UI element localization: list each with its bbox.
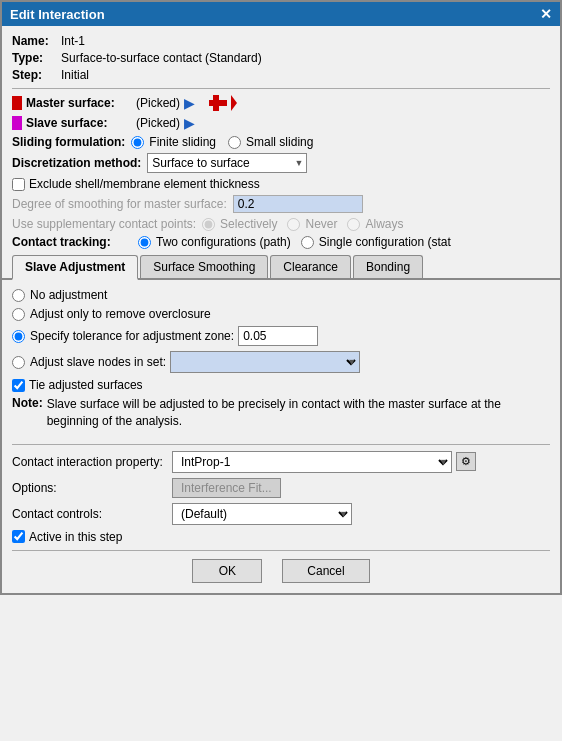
never-label: Never xyxy=(305,217,337,231)
slave-nodes-select[interactable] xyxy=(170,351,360,373)
tab-surface-smoothing[interactable]: Surface Smoothing xyxy=(140,255,268,278)
smoothing-row: Degree of smoothing for master surface: xyxy=(12,195,550,213)
master-surface-label: Master surface: xyxy=(26,96,136,110)
discretization-select-wrapper: Surface to surface Node to surface xyxy=(147,153,307,173)
specify-tolerance-radio[interactable] xyxy=(12,330,25,343)
selectively-label: Selectively xyxy=(220,217,277,231)
sliding-formulation-row: Sliding formulation: Finite sliding Smal… xyxy=(12,135,550,149)
two-config-radio[interactable] xyxy=(138,236,151,249)
single-config-radio[interactable] xyxy=(301,236,314,249)
supplementary-row: Use supplementary contact points: Select… xyxy=(12,217,550,231)
never-option[interactable]: Never xyxy=(287,217,337,231)
never-radio[interactable] xyxy=(287,218,300,231)
adjust-overclosure-radio[interactable] xyxy=(12,308,25,321)
slave-surface-label: Slave surface: xyxy=(26,116,136,130)
adjust-slave-nodes-radio[interactable] xyxy=(12,356,25,369)
name-label: Name: xyxy=(12,34,57,48)
back-icon[interactable] xyxy=(209,95,237,111)
exclude-shell-row: Exclude shell/membrane element thickness xyxy=(12,177,550,191)
step-row: Step: Initial xyxy=(12,68,550,82)
dialog-body: Name: Int-1 Type: Surface-to-surface con… xyxy=(2,26,560,593)
small-sliding-radio[interactable] xyxy=(228,136,241,149)
adjust-slave-nodes-row: Adjust slave nodes in set: xyxy=(12,351,550,373)
active-label: Active in this step xyxy=(29,530,122,544)
tracking-row: Contact tracking: Two configurations (pa… xyxy=(12,235,550,249)
slave-marker xyxy=(12,116,22,130)
two-config-label: Two configurations (path) xyxy=(156,235,291,249)
master-pick-icon[interactable]: ▶ xyxy=(184,95,195,111)
exclude-shell-label: Exclude shell/membrane element thickness xyxy=(29,177,260,191)
smoothing-label: Degree of smoothing for master surface: xyxy=(12,197,227,211)
slave-pick-icon[interactable]: ▶ xyxy=(184,115,195,131)
tab-clearance[interactable]: Clearance xyxy=(270,255,351,278)
adjust-overclosure-row: Adjust only to remove overclosure xyxy=(12,307,550,321)
always-label: Always xyxy=(365,217,403,231)
contact-property-select[interactable]: IntProp-1 xyxy=(172,451,452,473)
discretization-row: Discretization method: Surface to surfac… xyxy=(12,153,550,173)
smoothing-input[interactable] xyxy=(233,195,363,213)
adjust-slave-nodes-label: Adjust slave nodes in set: xyxy=(30,355,166,369)
no-adjustment-label: No adjustment xyxy=(30,288,107,302)
dialog-title: Edit Interaction xyxy=(10,7,105,22)
no-adjustment-radio[interactable] xyxy=(12,289,25,302)
sliding-label: Sliding formulation: xyxy=(12,135,125,149)
svg-marker-2 xyxy=(231,95,237,111)
cancel-button[interactable]: Cancel xyxy=(282,559,369,583)
tie-adjusted-label: Tie adjusted surfaces xyxy=(29,378,143,392)
close-button[interactable]: ✕ xyxy=(540,6,552,22)
slave-nodes-select-wrapper xyxy=(166,351,360,373)
slave-surface-row: Slave surface: (Picked) ▶ xyxy=(12,115,550,131)
options-row: Options: Interference Fit... xyxy=(12,478,550,498)
no-adjustment-option[interactable]: No adjustment xyxy=(12,288,107,302)
button-row: OK Cancel xyxy=(12,550,550,589)
tolerance-input[interactable] xyxy=(238,326,318,346)
small-sliding-option[interactable]: Small sliding xyxy=(228,135,313,149)
specify-tolerance-option[interactable]: Specify tolerance for adjustment zone: xyxy=(12,329,234,343)
title-bar: Edit Interaction ✕ xyxy=(2,2,560,26)
discretization-select[interactable]: Surface to surface Node to surface xyxy=(147,153,307,173)
finite-sliding-option[interactable]: Finite sliding xyxy=(131,135,216,149)
tab-slave-adjustment[interactable]: Slave Adjustment xyxy=(12,255,138,280)
single-config-option[interactable]: Single configuration (stat xyxy=(301,235,451,249)
tabs-row: Slave Adjustment Surface Smoothing Clear… xyxy=(2,255,560,280)
options-label: Options: xyxy=(12,481,172,495)
master-surface-row: Master surface: (Picked) ▶ xyxy=(12,95,550,111)
property-edit-button[interactable]: ⚙ xyxy=(456,452,476,471)
two-config-option[interactable]: Two configurations (path) xyxy=(138,235,291,249)
controls-select[interactable]: (Default) xyxy=(172,503,352,525)
specify-tolerance-label: Specify tolerance for adjustment zone: xyxy=(30,329,234,343)
step-value: Initial xyxy=(61,68,89,82)
controls-select-wrapper: (Default) xyxy=(172,503,352,525)
small-sliding-label: Small sliding xyxy=(246,135,313,149)
tab-bonding[interactable]: Bonding xyxy=(353,255,423,278)
edit-interaction-dialog: Edit Interaction ✕ Name: Int-1 Type: Sur… xyxy=(0,0,562,595)
active-row: Active in this step xyxy=(12,530,550,544)
type-label: Type: xyxy=(12,51,57,65)
tab-content-slave-adjustment: No adjustment Adjust only to remove over… xyxy=(12,280,550,444)
adjust-slave-nodes-option[interactable]: Adjust slave nodes in set: xyxy=(12,355,166,369)
svg-rect-1 xyxy=(213,95,219,111)
interference-fit-button[interactable]: Interference Fit... xyxy=(172,478,281,498)
tie-adjusted-checkbox[interactable] xyxy=(12,379,25,392)
adjust-overclosure-option[interactable]: Adjust only to remove overclosure xyxy=(12,307,211,321)
name-value: Int-1 xyxy=(61,34,85,48)
tracking-label: Contact tracking: xyxy=(12,235,132,249)
master-surface-value: (Picked) xyxy=(136,96,180,110)
ok-button[interactable]: OK xyxy=(192,559,262,583)
always-option[interactable]: Always xyxy=(347,217,403,231)
finite-sliding-label: Finite sliding xyxy=(149,135,216,149)
finite-sliding-radio[interactable] xyxy=(131,136,144,149)
single-config-label: Single configuration (stat xyxy=(319,235,451,249)
always-radio[interactable] xyxy=(347,218,360,231)
divider-1 xyxy=(12,88,550,89)
bottom-section: Contact interaction property: IntProp-1 … xyxy=(12,444,550,544)
selectively-option[interactable]: Selectively xyxy=(202,217,277,231)
exclude-shell-checkbox[interactable] xyxy=(12,178,25,191)
selectively-radio[interactable] xyxy=(202,218,215,231)
contact-property-row: Contact interaction property: IntProp-1 … xyxy=(12,451,550,473)
active-checkbox[interactable] xyxy=(12,530,25,543)
sliding-options: Finite sliding Small sliding xyxy=(131,135,313,149)
specify-tolerance-row: Specify tolerance for adjustment zone: xyxy=(12,326,550,346)
note-box: Note: Slave surface will be adjusted to … xyxy=(12,396,550,430)
slave-surface-value: (Picked) xyxy=(136,116,180,130)
